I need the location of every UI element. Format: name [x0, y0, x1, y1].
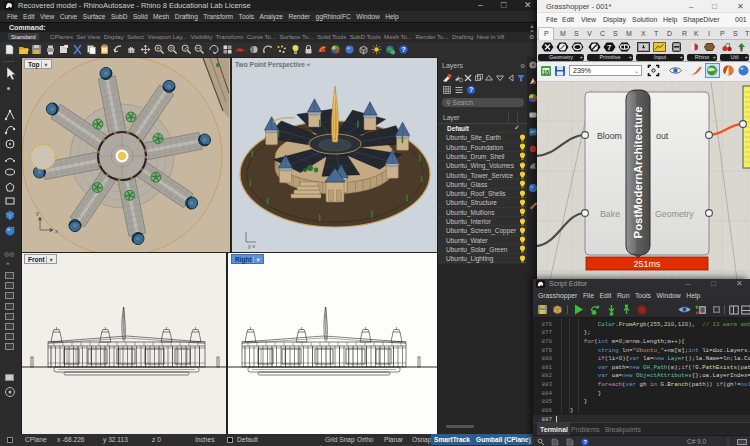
svg-text:?: ? [584, 439, 587, 445]
svg-text:Bloom: Bloom [597, 131, 622, 141]
svg-text:?: ? [402, 46, 406, 53]
svg-text:Bake: Bake [600, 209, 620, 219]
svg-text:y: y [36, 210, 39, 216]
svg-text:x: x [55, 228, 58, 234]
svg-text:Geometry: Geometry [655, 209, 694, 219]
svg-text:PostModernArchitecture: PostModernArchitecture [632, 107, 644, 239]
svg-text:y x: y x [248, 243, 255, 249]
svg-text:251ms: 251ms [633, 259, 661, 269]
svg-text:7: 7 [607, 43, 612, 52]
svg-text:?: ? [469, 86, 473, 93]
svg-text:out: out [656, 131, 669, 141]
svg-text:16: 16 [543, 69, 549, 75]
